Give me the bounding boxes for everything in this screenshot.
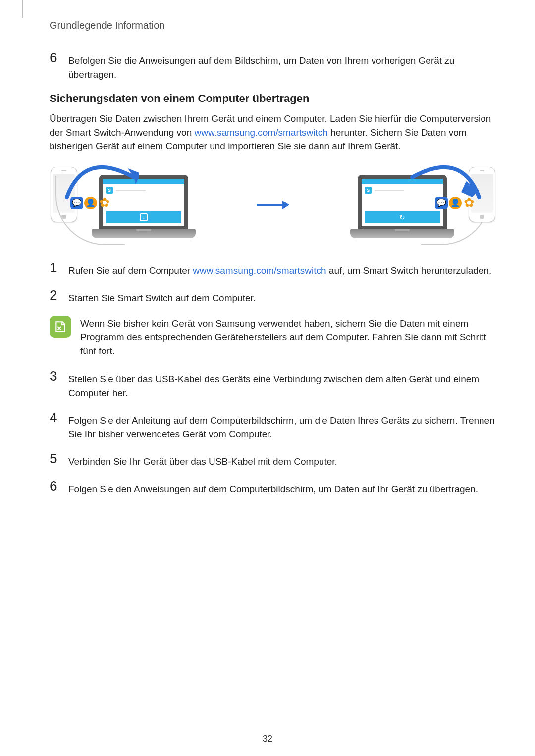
step-text: Befolgen Sie die Anweisungen auf dem Bil… (68, 51, 496, 81)
data-badges: 💬 👤 ✿ (70, 197, 111, 209)
step-number: 6 (50, 479, 60, 493)
intro-link[interactable]: www.samsung.com/smartswitch (195, 127, 328, 138)
transfer-figure: S 💬 👤 ✿ (50, 163, 496, 247)
contact-icon: 👤 (449, 197, 462, 209)
download-icon (140, 213, 148, 221)
step-text: Starten Sie Smart Switch auf dem Compute… (68, 288, 256, 305)
section-heading: Sicherungsdaten von einem Computer übert… (50, 92, 496, 105)
section-intro: Übertragen Sie Daten zwischen Ihrem Gerä… (50, 112, 496, 153)
page-header: Grundlegende Information (50, 15, 496, 51)
step-item: 1 Rufen Sie auf dem Computer www.samsung… (50, 261, 496, 278)
transfer-arrow-icon (64, 160, 139, 200)
message-icon: 💬 (70, 197, 83, 209)
step-number: 3 (50, 369, 60, 383)
contact-icon: 👤 (84, 197, 97, 209)
step-item: 5 Verbinden Sie Ihr Gerät über das USB-K… (50, 452, 496, 469)
note-icon (50, 316, 71, 338)
step-number: 5 (50, 452, 60, 466)
scene-laptop-to-phone: S 💬 👤 ✿ (308, 163, 496, 247)
step-item: 6 Befolgen Sie die Anweisungen auf dem B… (50, 51, 496, 81)
step-number: 2 (50, 288, 60, 302)
refresh-icon (398, 213, 406, 221)
arrow-right-icon (253, 199, 293, 211)
note-text: Wenn Sie bisher kein Gerät von Samsung v… (80, 316, 496, 358)
transfer-arrow-icon (407, 160, 482, 200)
step-text: Verbinden Sie Ihr Gerät über das USB-Kab… (68, 452, 337, 469)
app-letter-icon: S (365, 187, 372, 194)
step-item: 2 Starten Sie Smart Switch auf dem Compu… (50, 288, 496, 305)
step-text: Rufen Sie auf dem Computer www.samsung.c… (68, 261, 491, 278)
step-number: 6 (50, 51, 60, 65)
step-text: Folgen Sie der Anleitung auf dem Compute… (68, 411, 496, 441)
gallery-icon: ✿ (98, 197, 111, 209)
step-item: 4 Folgen Sie der Anleitung auf dem Compu… (50, 411, 496, 441)
step-text: Folgen Sie den Anweisungen auf dem Compu… (68, 479, 478, 496)
data-badges: 💬 👤 ✿ (435, 197, 476, 209)
step-item: 3 Stellen Sie über das USB-Kabel des Ger… (50, 369, 496, 400)
step-link[interactable]: www.samsung.com/smartswitch (193, 265, 326, 276)
gallery-icon: ✿ (463, 197, 476, 209)
step-number: 4 (50, 411, 60, 425)
step-item: 6 Folgen Sie den Anweisungen auf dem Com… (50, 479, 496, 496)
step-text: Stellen Sie über das USB-Kabel des Gerät… (68, 369, 496, 400)
manual-page: Grundlegende Information 6 Befolgen Sie … (0, 0, 535, 756)
page-tab-marker (22, 0, 23, 18)
step-number: 1 (50, 261, 60, 275)
scene-phone-to-laptop: S 💬 👤 ✿ (50, 163, 238, 247)
page-number: 32 (0, 734, 535, 744)
note-block: Wenn Sie bisher kein Gerät von Samsung v… (50, 316, 496, 358)
message-icon: 💬 (435, 197, 448, 209)
